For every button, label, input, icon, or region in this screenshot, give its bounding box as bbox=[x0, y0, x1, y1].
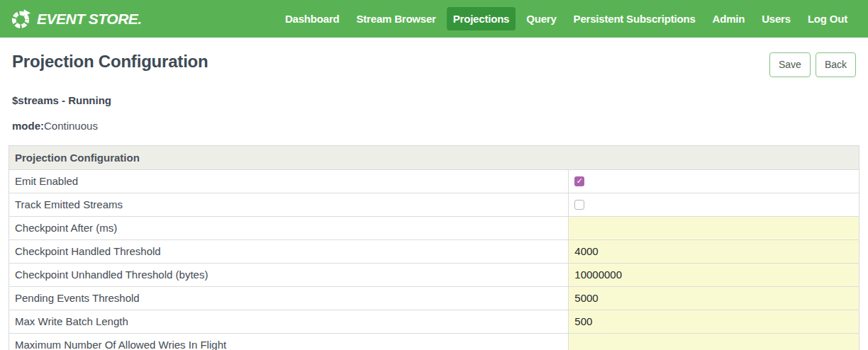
save-button[interactable]: Save bbox=[769, 52, 811, 77]
config-row-label: Checkpoint Unhandled Threshold (bytes) bbox=[9, 263, 569, 286]
config-row-value-cell: 5000 bbox=[569, 286, 859, 310]
config-row: Track Emitted Streams bbox=[9, 193, 859, 216]
eventstore-ring-arrow-icon bbox=[10, 9, 31, 30]
config-row: Checkpoint Unhandled Threshold (bytes)10… bbox=[9, 263, 859, 286]
config-row-value-cell: 4000 bbox=[569, 239, 859, 263]
checkbox-cell bbox=[569, 193, 859, 216]
checkbox-cell: ✓ bbox=[569, 170, 859, 193]
mode-label: mode: bbox=[12, 120, 44, 132]
config-row-label: Checkpoint Handled Threshold bbox=[9, 239, 569, 263]
config-table-body: Emit Enabled✓Track Emitted StreamsCheckp… bbox=[9, 169, 859, 350]
value-input[interactable]: 5000 bbox=[569, 287, 859, 310]
top-navbar: EVENT STORE. DashboardStream BrowserProj… bbox=[0, 0, 868, 38]
eventstore-logo-text: EVENT STORE. bbox=[37, 11, 142, 28]
config-row: Maximum Number Of Allowed Wries In Fligh… bbox=[9, 333, 859, 350]
nav-item-query[interactable]: Query bbox=[520, 7, 562, 30]
config-row-value-cell: 500 bbox=[569, 310, 859, 333]
nav-item-persistent-subscriptions[interactable]: Persistent Subscriptions bbox=[567, 7, 702, 30]
config-row: Max Write Batch Length500 bbox=[9, 310, 859, 333]
nav-item-stream-browser[interactable]: Stream Browser bbox=[350, 7, 443, 30]
config-row-label: Emit Enabled bbox=[9, 169, 569, 193]
config-row: Checkpoint Handled Threshold4000 bbox=[9, 239, 859, 263]
config-row-value-cell bbox=[569, 333, 859, 350]
header-actions: Save Back bbox=[769, 52, 856, 77]
main-content: Projection Configuration Save Back $stre… bbox=[0, 52, 868, 350]
nav-item-dashboard[interactable]: Dashboard bbox=[279, 7, 346, 30]
projection-config-table: Projection Configuration Emit Enabled✓Tr… bbox=[9, 145, 859, 350]
config-row: Emit Enabled✓ bbox=[9, 169, 859, 193]
value-input[interactable] bbox=[569, 217, 859, 239]
projection-mode: mode:Continuous bbox=[12, 120, 856, 132]
eventstore-logo[interactable]: EVENT STORE. bbox=[10, 9, 142, 30]
nav-item-admin[interactable]: Admin bbox=[706, 7, 752, 30]
projection-status: $streams - Running bbox=[12, 94, 856, 106]
nav-menu: DashboardStream BrowserProjectionsQueryP… bbox=[279, 7, 854, 30]
value-input[interactable]: 4000 bbox=[569, 240, 859, 263]
page-title: Projection Configuration bbox=[12, 52, 208, 72]
config-row-value-cell bbox=[569, 216, 859, 239]
config-row-value-cell: ✓ bbox=[569, 169, 859, 193]
checked-checkbox[interactable]: ✓ bbox=[574, 176, 584, 186]
value-input[interactable] bbox=[569, 334, 859, 350]
config-row-value-cell bbox=[569, 193, 859, 216]
mode-value: Continuous bbox=[44, 120, 98, 132]
unchecked-checkbox[interactable] bbox=[574, 200, 584, 210]
nav-item-users[interactable]: Users bbox=[755, 7, 797, 30]
nav-item-projections[interactable]: Projections bbox=[447, 7, 516, 30]
back-button[interactable]: Back bbox=[816, 52, 856, 77]
value-input[interactable]: 10000000 bbox=[569, 264, 859, 286]
nav-item-log-out[interactable]: Log Out bbox=[801, 7, 854, 30]
config-row: Pending Events Threshold5000 bbox=[9, 286, 859, 310]
config-row-value-cell: 10000000 bbox=[569, 263, 859, 286]
config-table-header: Projection Configuration bbox=[9, 145, 859, 169]
config-row-label: Pending Events Threshold bbox=[9, 286, 569, 310]
config-row-label: Track Emitted Streams bbox=[9, 193, 569, 216]
config-row-label: Checkpoint After (ms) bbox=[9, 216, 569, 239]
config-row-label: Maximum Number Of Allowed Wries In Fligh… bbox=[9, 333, 569, 350]
config-row-label: Max Write Batch Length bbox=[9, 310, 569, 333]
page-header: Projection Configuration Save Back bbox=[9, 52, 859, 77]
config-row: Checkpoint After (ms) bbox=[9, 216, 859, 239]
value-input[interactable]: 500 bbox=[569, 310, 859, 333]
